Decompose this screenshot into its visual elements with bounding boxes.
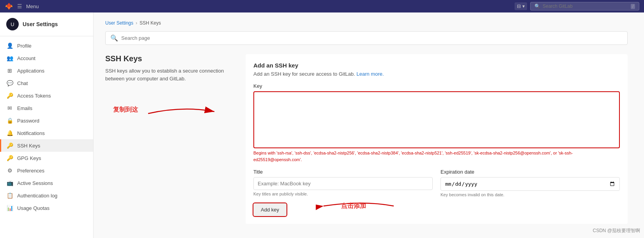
sidebar-item-label: Notifications [17, 130, 45, 136]
title-label: Title [253, 169, 433, 175]
watermark-text: CSDN @茄枝要理智啊 [593, 227, 640, 234]
title-input[interactable] [253, 177, 433, 190]
title-hint: Key titles are publicly visible. [253, 192, 433, 196]
sidebar-item-label: Usage Quotas [17, 205, 50, 211]
breadcrumb-current: SSH Keys [140, 20, 161, 26]
sidebar: U User Settings 👤 Profile 👥 Account ⊞ Ap… [0, 12, 94, 238]
key-textarea-wrapper [253, 91, 620, 148]
expiration-col: Expiration date Key becomes invalid on t… [441, 169, 620, 197]
top-navigation: ☰ Menu ⊟ ▾ 🔍 / [0, 0, 644, 12]
add-ssh-section: Add an SSH key Add an SSH key for secure… [246, 54, 628, 224]
search-page-bar[interactable]: 🔍 [105, 31, 628, 45]
sidebar-item-applications[interactable]: ⊞ Applications [0, 64, 93, 77]
menu-label: Menu [26, 4, 39, 9]
sidebar-item-label: Active Sessions [17, 180, 53, 186]
search-icon: 🔍 [534, 4, 540, 9]
sidebar-item-preferences[interactable]: ⚙ Preferences [0, 164, 93, 177]
sidebar-item-access-tokens[interactable]: 🔑 Access Tokens [0, 89, 93, 102]
key-hint: Begins with 'ssh-rsa', 'ssh-dss', 'ecdsa… [253, 150, 620, 163]
sidebar-nav: 👤 Profile 👥 Account ⊞ Applications 💬 Cha… [0, 36, 93, 217]
sidebar-item-emails[interactable]: ✉ Emails [0, 102, 93, 114]
content-area: User Settings › SSH Keys 🔍 SSH Keys SSH … [94, 12, 639, 232]
sidebar-item-account[interactable]: 👥 Account [0, 52, 93, 64]
profile-icon: 👤 [6, 43, 13, 49]
title-expiration-row: Title Key titles are publicly visible. E… [253, 169, 620, 197]
section-description: SSH keys allow you to establish a secure… [105, 67, 230, 82]
add-ssh-title: Add an SSH key [253, 62, 620, 69]
copy-annotation-text: 复制到这 [113, 106, 138, 113]
sidebar-item-label: Emails [17, 105, 32, 111]
copy-arrow-svg [144, 102, 222, 125]
usage-quotas-icon: 📊 [6, 205, 13, 211]
sidebar-item-label: Account [17, 55, 35, 61]
sidebar-item-label: Authentication log [17, 193, 57, 199]
learn-more-link[interactable]: Learn more. [356, 71, 384, 77]
sidebar-item-usage-quotas[interactable]: 📊 Usage Quotas [0, 202, 93, 214]
sidebar-item-label: Preferences [17, 168, 44, 174]
chat-icon: 💬 [6, 80, 13, 86]
global-search-input[interactable] [543, 4, 628, 9]
applications-icon: ⊞ [6, 67, 13, 74]
issues-icon: ⊟ [517, 4, 521, 9]
authentication-log-icon: 📋 [6, 192, 13, 199]
search-page-input[interactable] [121, 35, 623, 41]
avatar: U [6, 18, 19, 30]
section-title: SSH Keys [105, 54, 230, 63]
preferences-icon: ⚙ [6, 167, 13, 174]
gpg-keys-icon: 🔑 [6, 155, 13, 161]
sidebar-item-password[interactable]: 🔒 Password [0, 114, 93, 127]
sidebar-item-label: Access Tokens [17, 93, 51, 99]
key-textarea[interactable] [256, 94, 617, 144]
active-sessions-icon: 📺 [6, 180, 13, 186]
add-ssh-desc: Add an SSH key for secure access to GitL… [253, 71, 620, 77]
sidebar-item-label: GPG Keys [17, 155, 41, 161]
search-shortcut-badge: / [631, 4, 635, 9]
sidebar-item-label: Password [17, 118, 39, 124]
expiration-label: Expiration date [441, 169, 620, 175]
gitlab-logo [5, 2, 13, 11]
breadcrumb-parent-link[interactable]: User Settings [105, 20, 133, 26]
issues-icon-btn[interactable]: ⊟ ▾ [515, 2, 527, 10]
expiration-date-input[interactable] [441, 177, 620, 191]
key-form-group: Key Begins with 'ssh-rsa', 'ssh-dss', 'e… [253, 83, 620, 163]
main-section: SSH Keys SSH keys allow you to establish… [105, 54, 628, 224]
breadcrumb: User Settings › SSH Keys [105, 20, 628, 26]
page-layout: U User Settings 👤 Profile 👥 Account ⊞ Ap… [0, 12, 644, 238]
sidebar-header: U User Settings [0, 12, 93, 36]
sidebar-item-ssh-keys[interactable]: 🔑 SSH Keys [0, 139, 93, 152]
emails-icon: ✉ [6, 105, 13, 111]
sidebar-item-authentication-log[interactable]: 📋 Authentication log [0, 189, 93, 202]
notifications-icon: 🔔 [6, 130, 13, 136]
add-key-area: Add key 点击添 [253, 200, 287, 216]
hamburger-icon[interactable]: ☰ [17, 3, 22, 9]
sidebar-item-active-sessions[interactable]: 📺 Active Sessions [0, 177, 93, 189]
dropdown-chevron: ▾ [522, 4, 525, 9]
password-icon: 🔒 [6, 117, 13, 124]
account-icon: 👥 [6, 55, 13, 61]
right-column: Add an SSH key Add an SSH key for secure… [246, 54, 628, 224]
breadcrumb-separator: › [136, 20, 137, 26]
sidebar-item-notifications[interactable]: 🔔 Notifications [0, 127, 93, 139]
key-label: Key [253, 83, 620, 89]
nav-right: ⊟ ▾ 🔍 / [515, 2, 639, 11]
copy-annotation: 复制到这 [113, 106, 230, 114]
search-page-icon: 🔍 [110, 34, 118, 42]
two-col-layout: SSH Keys SSH keys allow you to establish… [105, 54, 628, 224]
sidebar-item-label: Applications [17, 68, 44, 74]
left-column: SSH Keys SSH keys allow you to establish… [105, 54, 230, 224]
sidebar-user-settings-title: User Settings [23, 21, 58, 27]
global-search-bar[interactable]: 🔍 / [530, 2, 639, 11]
sidebar-item-label: Chat [17, 80, 28, 86]
sidebar-item-chat[interactable]: 💬 Chat [0, 77, 93, 89]
sidebar-item-profile[interactable]: 👤 Profile [0, 39, 93, 52]
click-annotation-text: 点击添加 [341, 202, 366, 210]
title-col: Title Key titles are publicly visible. [253, 169, 433, 197]
nav-left: ☰ Menu [5, 2, 39, 11]
sidebar-item-gpg-keys[interactable]: 🔑 GPG Keys [0, 152, 93, 164]
access-tokens-icon: 🔑 [6, 92, 13, 99]
expiration-hint: Key becomes invalid on this date. [441, 192, 620, 197]
sidebar-item-label: SSH Keys [17, 143, 40, 149]
add-key-button[interactable]: Add key [253, 203, 287, 216]
sidebar-item-label: Profile [17, 43, 32, 49]
ssh-keys-icon: 🔑 [6, 142, 13, 149]
